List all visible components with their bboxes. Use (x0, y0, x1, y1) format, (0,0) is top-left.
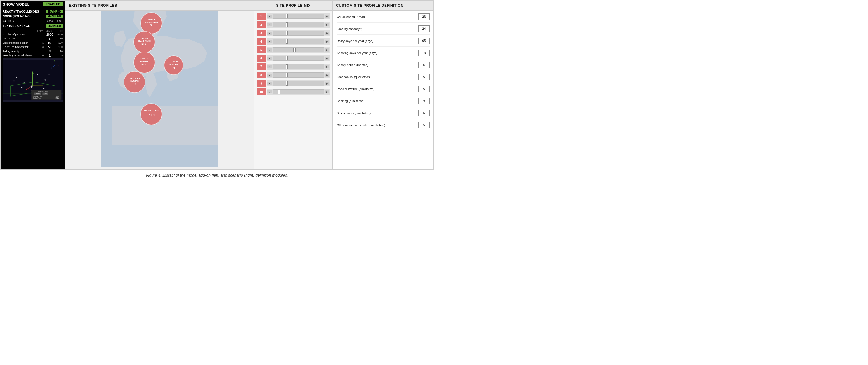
slider-track-6[interactable] (273, 56, 324, 61)
profile-row-9: 9 ◄ ► (257, 80, 330, 87)
slider-right-4[interactable]: ► (325, 40, 330, 43)
profile-mix-title: SITE PROFILE MIX (276, 3, 311, 7)
slider-left-8[interactable]: ◄ (267, 74, 272, 77)
slider-left-5[interactable]: ◄ (267, 49, 272, 52)
slider-left-9[interactable]: ◄ (267, 82, 272, 85)
feature-row-fading: FADING DISABLED (3, 19, 63, 23)
texture-badge[interactable]: ENABLED (46, 24, 63, 28)
svg-text:Stop: Stop (43, 93, 47, 94)
param-value-other-actors[interactable]: 5 (418, 122, 430, 129)
fading-badge[interactable]: DISABLED (45, 19, 63, 23)
slider-right-2[interactable]: ► (325, 23, 330, 26)
slider-left-10[interactable]: ◄ (267, 90, 272, 93)
reactivity-badge[interactable]: ENABLED (46, 10, 63, 13)
svg-text:SOUTHERN: SOUTHERN (129, 77, 140, 79)
slider-thumb-3[interactable] (285, 31, 288, 35)
site-profiles-panel: EXISTING SITE PROFILES (65, 1, 254, 169)
svg-text:SCANDINAVIA: SCANDINAVIA (145, 21, 158, 23)
slider-track-3[interactable] (273, 30, 324, 35)
slider-right-1[interactable]: ► (325, 15, 330, 18)
param-value-gradeability[interactable]: 5 (418, 74, 430, 80)
param-to-height: 100 (55, 46, 63, 49)
svg-text:SCANDINAVIA: SCANDINAVIA (137, 40, 151, 42)
slider-left-6[interactable]: ◄ (267, 57, 272, 60)
slider-right-6[interactable]: ► (325, 57, 330, 60)
custom-profile-rows: Cruise speed (Km/h) 36 Loading capacity … (333, 11, 433, 136)
svg-text:[7] [8]: [7] [8] (132, 83, 137, 85)
profile-row-6: 6 ◄ ► (257, 55, 330, 62)
custom-row-gradeability: Gradeability (qualitative) 5 (337, 74, 430, 83)
profile-row-10: 10 ◄ ► (257, 88, 330, 95)
slider-thumb-8[interactable] (285, 73, 288, 77)
slider-thumb-4[interactable] (285, 39, 288, 44)
param-name-psize: Particle size (3, 37, 38, 40)
param-value-emitter-size: 90 (45, 41, 55, 45)
param-value-cruise-speed[interactable]: 36 (418, 13, 430, 20)
profile-number-1: 1 (257, 13, 266, 20)
param-name-falling: Falling velocity (3, 50, 38, 53)
param-value-snowy-period[interactable]: 5 (418, 62, 430, 68)
svg-text:❄: ❄ (49, 74, 50, 76)
param-value-smoothness[interactable]: 6 (418, 110, 430, 116)
slider-container-9[interactable]: ◄ ► (267, 80, 330, 86)
svg-point-40 (141, 12, 162, 34)
param-to-emitter-size: 100 (55, 41, 63, 44)
slider-thumb-1[interactable] (285, 14, 288, 19)
slider-container-6[interactable]: ◄ ► (267, 55, 330, 61)
slider-track-9[interactable] (273, 81, 324, 86)
slider-track-2[interactable] (273, 22, 324, 27)
custom-profile-title: CUSTOM SITE PROFILE DEFINITION (336, 3, 404, 7)
slider-left-4[interactable]: ◄ (267, 40, 272, 43)
svg-text:CENTRAL: CENTRAL (140, 58, 149, 60)
svg-text:EUROPE: EUROPE (169, 63, 178, 65)
slider-left-1[interactable]: ◄ (267, 15, 272, 18)
slider-container-5[interactable]: ◄ ► (267, 47, 330, 53)
slider-container-10[interactable]: ◄ ► (267, 89, 330, 95)
slider-track-4[interactable] (273, 39, 324, 44)
slider-container-7[interactable]: ◄ ► (267, 63, 330, 70)
slider-right-10[interactable]: ► (325, 90, 330, 93)
param-from-psize: 1 (38, 37, 43, 40)
svg-text:Particle Effect: Particle Effect (38, 91, 48, 92)
slider-container-1[interactable]: ◄ ► (267, 13, 330, 19)
slider-track-5[interactable] (273, 47, 324, 52)
slider-thumb-6[interactable] (285, 56, 288, 60)
svg-text:EUROPE: EUROPE (130, 80, 139, 82)
slider-thumb-7[interactable] (285, 64, 288, 69)
slider-left-2[interactable]: ◄ (267, 23, 272, 26)
slider-left-7[interactable]: ◄ (267, 65, 272, 68)
custom-row-other-actors: Other actors in the site (qualitaitive) … (337, 122, 430, 131)
slider-left-3[interactable]: ◄ (267, 32, 272, 35)
param-value-road-curvature[interactable]: 5 (418, 86, 430, 92)
svg-text:SOUTH: SOUTH (141, 37, 148, 39)
param-value-loading[interactable]: 34 (418, 26, 430, 32)
profile-row-3: 3 ◄ ► (257, 30, 330, 36)
slider-track-7[interactable] (273, 64, 324, 69)
slider-thumb-2[interactable] (285, 22, 288, 27)
param-value-banking[interactable]: 9 (418, 98, 430, 104)
viewport-svg: ❄ ❄ ❄ ❄ ❄ ❄ ❄ ❄ ❄ ❄ x (3, 58, 63, 102)
profile-number-9: 9 (257, 80, 266, 87)
svg-text:EUROPE: EUROPE (140, 60, 149, 62)
slider-container-3[interactable]: ◄ ► (267, 30, 330, 36)
slider-container-8[interactable]: ◄ ► (267, 72, 330, 78)
noise-badge[interactable]: ENABLED (46, 15, 63, 18)
param-value-rainy[interactable]: 65 (418, 37, 430, 44)
slider-right-5[interactable]: ► (325, 49, 330, 52)
slider-right-7[interactable]: ► (325, 65, 330, 68)
slider-container-4[interactable]: ◄ ► (267, 38, 330, 45)
slider-right-3[interactable]: ► (325, 32, 330, 35)
slider-thumb-9[interactable] (285, 81, 288, 86)
slider-container-2[interactable]: ◄ ► (267, 22, 330, 28)
slider-track-10[interactable] (273, 89, 324, 94)
slider-track-8[interactable] (273, 73, 324, 78)
param-value-snowing[interactable]: 18 (418, 50, 430, 56)
slider-thumb-5[interactable] (293, 48, 296, 52)
slider-right-9[interactable]: ► (325, 82, 330, 85)
slider-right-8[interactable]: ► (325, 74, 330, 77)
slider-thumb-10[interactable] (278, 90, 280, 94)
svg-text:NORTH: NORTH (148, 19, 155, 21)
param-from-emitter-size: 1 (38, 41, 43, 44)
param-row-psize: Particle size 1 3 10 (3, 37, 63, 40)
slider-track-1[interactable] (273, 14, 324, 19)
